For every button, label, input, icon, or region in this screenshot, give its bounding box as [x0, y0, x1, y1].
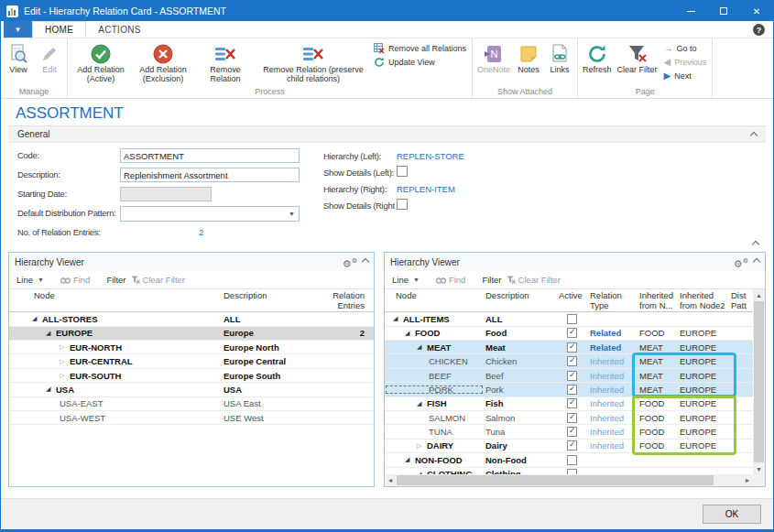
show-details-left-checkbox[interactable] — [397, 166, 408, 177]
general-section-header[interactable]: General — [8, 125, 766, 143]
relation-entries-value[interactable]: 2 — [199, 227, 203, 237]
gear-icon[interactable]: ⚙⚙ — [734, 255, 748, 269]
table-row-eur-central[interactable]: ▷EUR-CENTRALEurope Central — [9, 354, 374, 368]
table-row-eur-north[interactable]: ▷EUR-NORTHEurope North — [9, 341, 374, 354]
remove-all-relations-button[interactable]: Remove all Relations — [374, 42, 466, 55]
hierarchy-right-value[interactable]: REPLEN-ITEM — [397, 184, 455, 194]
expand-icon[interactable]: ▷ — [417, 442, 427, 450]
distribution-pattern-select[interactable]: ▼ — [120, 206, 300, 222]
collapse-general-icon[interactable] — [750, 132, 758, 139]
close-button[interactable]: ✕ — [740, 1, 773, 21]
notes-button[interactable]: Notes — [513, 40, 544, 76]
show-details-right-checkbox[interactable] — [397, 199, 408, 210]
scroll-right-icon[interactable]: ► — [742, 475, 753, 486]
active-checkbox[interactable] — [567, 385, 577, 395]
table-row-pork[interactable]: PORKPorkInheritedMEATEUROPE — [385, 383, 753, 396]
filter-button[interactable]: Filter — [106, 275, 125, 285]
active-checkbox[interactable] — [567, 413, 577, 423]
tab-actions[interactable]: ACTIONS — [86, 21, 153, 38]
find-button[interactable]: Find — [60, 275, 90, 285]
table-row-chicken[interactable]: CHICKENChickenInheritedMEATEUROPE — [385, 354, 753, 368]
collapse-icon[interactable]: ◢ — [417, 343, 427, 351]
vertical-scrollbar[interactable]: ▲ ▼ — [753, 289, 765, 474]
table-row-usa-west[interactable]: USA-WESTUSE West — [9, 411, 374, 425]
view-button[interactable]: View — [3, 40, 34, 76]
next-button[interactable]: ▶ Next — [664, 70, 707, 82]
application-menu-button[interactable]: ▼ — [4, 21, 32, 38]
active-checkbox[interactable] — [567, 342, 577, 353]
edit-button[interactable]: Edit — [34, 40, 65, 76]
active-checkbox[interactable] — [567, 440, 577, 451]
collapse-icon[interactable]: ◢ — [46, 385, 56, 393]
hierarchy-left-value[interactable]: REPLEN-STORE — [397, 151, 464, 161]
table-row-fish[interactable]: ◢FISHFishInheritedFOODEUROPE — [385, 397, 753, 411]
collapse-icon[interactable]: ◢ — [405, 456, 415, 463]
maximize-button[interactable] — [707, 1, 740, 21]
scroll-down-icon[interactable]: ▼ — [753, 463, 765, 474]
table-row-eur-south[interactable]: ▷EUR-SOUTHEurope South — [9, 369, 374, 383]
active-checkbox[interactable] — [567, 398, 577, 408]
table-row-non-food[interactable]: ◢NON-FOODNon-Food — [385, 453, 753, 467]
add-relation-active-button[interactable]: Add Relation (Active) — [70, 40, 132, 85]
expand-icon[interactable]: ▷ — [60, 358, 70, 365]
expand-icon[interactable]: ▷ — [60, 343, 70, 351]
update-view-button[interactable]: Update View — [374, 56, 466, 69]
collapse-icon[interactable]: ◢ — [46, 330, 56, 337]
remove-relation-preserve-button[interactable]: Remove Relation (preserve child relation… — [256, 40, 370, 85]
help-icon[interactable]: ? — [753, 24, 765, 36]
previous-button[interactable]: ◀ Previous — [664, 56, 707, 69]
table-row-usa[interactable]: ◢USAUSA — [9, 383, 374, 396]
table-row-dairy[interactable]: ▷DAIRYDairyInheritedFOODEUROPE — [385, 440, 753, 453]
find-button[interactable]: Find — [436, 275, 465, 285]
collapse-icon[interactable]: ◢ — [405, 330, 415, 337]
clear-filter-button[interactable]: Clear Filter — [615, 40, 660, 76]
table-row-all-items[interactable]: ◢ALL-ITEMSALL — [385, 312, 753, 326]
expand-icon[interactable]: ▷ — [60, 372, 70, 379]
collapse-icon[interactable]: ◢ — [393, 315, 403, 322]
line-menu[interactable]: Line▼ — [16, 275, 44, 285]
vertical-scroll-thumb[interactable] — [754, 301, 764, 462]
tab-home[interactable]: HOME — [32, 21, 86, 38]
line-menu[interactable]: Line▼ — [392, 275, 420, 285]
active-checkbox[interactable] — [567, 356, 577, 366]
active-checkbox[interactable] — [567, 427, 577, 437]
collapse-pane-icon[interactable] — [753, 258, 760, 266]
table-row-clothing[interactable]: ◢CLOTHINGClothing — [385, 468, 753, 474]
table-row-food[interactable]: ◢FOODFoodRelatedFOODEUROPE — [385, 327, 753, 341]
collapse-fasttab-icon[interactable] — [752, 241, 759, 248]
collapse-icon[interactable]: ◢ — [417, 471, 427, 474]
active-checkbox[interactable] — [567, 314, 577, 324]
table-row-usa-east[interactable]: USA-EASTUSA East — [9, 397, 374, 411]
active-checkbox[interactable] — [567, 371, 577, 381]
ok-button[interactable]: OK — [703, 505, 761, 524]
goto-button[interactable]: → Go to — [664, 42, 707, 55]
active-checkbox[interactable] — [567, 469, 577, 474]
horizontal-scrollbar[interactable]: ◄ ► — [385, 474, 753, 486]
scroll-left-icon[interactable]: ◄ — [385, 475, 396, 486]
horizontal-scroll-thumb[interactable] — [397, 475, 714, 485]
table-row-meat[interactable]: ◢MEATMeatRelatedMEATEUROPE — [385, 341, 753, 354]
clear-filter-toolbar-button[interactable]: Clear Filter — [507, 275, 561, 285]
refresh-button[interactable]: Refresh — [580, 40, 615, 76]
active-checkbox[interactable] — [567, 328, 577, 338]
filter-button[interactable]: Filter — [482, 275, 501, 285]
table-row-salmon[interactable]: SALMONSalmonInheritedFOODEUROPE — [385, 411, 753, 425]
remove-relation-button[interactable]: Remove Relation — [194, 40, 256, 85]
onenote-button[interactable]: N OneNote — [474, 40, 513, 76]
active-checkbox[interactable] — [567, 455, 577, 465]
table-row-tuna[interactable]: TUNATunaInheritedFOODEUROPE — [385, 425, 753, 439]
gear-icon[interactable]: ⚙⚙ — [343, 255, 357, 269]
add-relation-exclusion-button[interactable]: Add Relation (Exclusion) — [132, 40, 194, 85]
minimize-button[interactable] — [674, 1, 707, 21]
collapse-icon[interactable]: ◢ — [417, 400, 427, 407]
code-field[interactable] — [120, 148, 300, 163]
collapse-icon[interactable]: ◢ — [32, 315, 42, 322]
collapse-pane-icon[interactable] — [362, 258, 369, 266]
description-field[interactable] — [120, 168, 300, 182]
scroll-up-icon[interactable]: ▲ — [753, 289, 765, 300]
table-row-europe[interactable]: ◢EUROPEEurope2 — [9, 327, 374, 341]
clear-filter-toolbar-button[interactable]: Clear Filter — [131, 275, 185, 285]
links-button[interactable]: Links — [544, 40, 575, 76]
table-row-beef[interactable]: BEEFBeefInheritedMEATEUROPE — [385, 369, 753, 383]
table-row-all-stores[interactable]: ◢ALL-STORESALL — [9, 312, 374, 326]
